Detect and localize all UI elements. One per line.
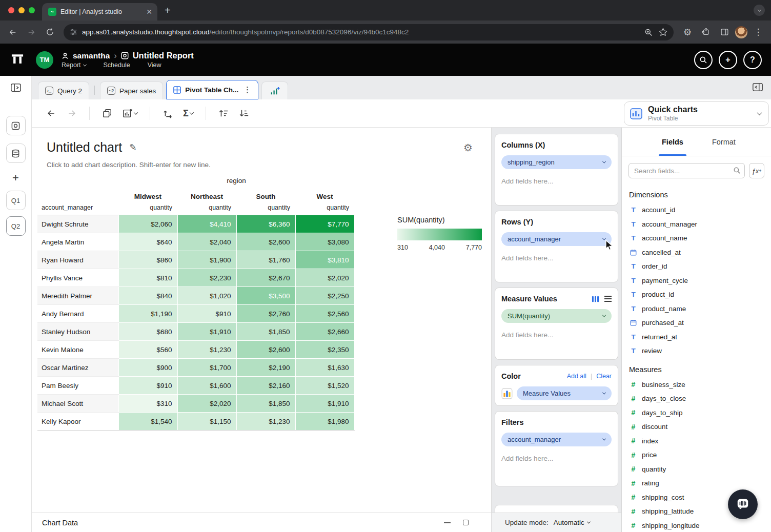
pivot-row-label[interactable]: Stanley Hudson <box>37 323 118 341</box>
pivot-cell[interactable]: $680 <box>118 323 177 341</box>
help-button[interactable]: ? <box>743 51 762 69</box>
pivot-cell[interactable]: $1,150 <box>177 413 236 431</box>
chart-settings-gear-icon[interactable]: ⚙ <box>463 141 473 154</box>
field-item-dimension[interactable]: Treview <box>622 344 771 358</box>
pivot-row-label[interactable]: Kelly Kapoor <box>37 413 118 431</box>
edit-title-pencil-icon[interactable]: ✎ <box>129 142 136 153</box>
pivot-cell[interactable]: $2,020 <box>177 395 236 413</box>
add-query-button[interactable]: + <box>12 171 19 185</box>
columns-add-fields-placeholder[interactable]: Add fields here... <box>501 177 612 185</box>
field-item-dimension[interactable]: Tpayment_cycle <box>622 274 771 288</box>
pivot-cell[interactable]: $3,080 <box>295 233 354 251</box>
new-tab-button[interactable]: + <box>165 5 171 16</box>
bookmark-star-icon[interactable] <box>659 28 667 36</box>
pivot-cell[interactable]: $860 <box>118 251 177 269</box>
field-item-dimension[interactable]: Tproduct_id <box>622 288 771 302</box>
pivot-cell[interactable]: $3,810 <box>295 251 354 269</box>
search-fields-input[interactable] <box>628 163 745 178</box>
pivot-cell[interactable]: $1,910 <box>295 395 354 413</box>
schedule-menu[interactable]: Schedule <box>104 62 130 69</box>
columns-layout-icon[interactable] <box>592 295 599 303</box>
tab-fields[interactable]: Fields <box>662 128 683 156</box>
pivot-cell[interactable]: $1,900 <box>177 251 236 269</box>
pivot-cell[interactable]: $2,350 <box>295 341 354 359</box>
pivot-column-header[interactable]: South <box>236 190 295 202</box>
search-button[interactable] <box>694 51 713 69</box>
pivot-row-label[interactable]: Angela Martin <box>37 233 118 251</box>
pivot-cell[interactable]: $1,020 <box>177 287 236 305</box>
field-item-dimension[interactable]: Taccount_name <box>622 231 771 245</box>
zoom-icon[interactable] <box>644 28 653 36</box>
rows-layout-icon[interactable] <box>604 296 612 302</box>
back-icon[interactable] <box>5 25 21 40</box>
remove-chart-dropdown[interactable] <box>123 108 137 118</box>
field-item-measure[interactable]: #index <box>622 434 771 448</box>
field-item-dimension[interactable]: Taccount_id <box>622 203 771 217</box>
pivot-cell[interactable]: $1,230 <box>236 413 295 431</box>
measure-add-fields-placeholder[interactable]: Add fields here... <box>501 331 612 339</box>
chart-data-bar[interactable]: Chart Data <box>32 513 491 532</box>
pivot-row-label[interactable]: Ryan Howard <box>37 251 118 269</box>
forward-icon[interactable] <box>24 25 39 40</box>
view-menu[interactable]: View <box>148 62 161 69</box>
pivot-cell[interactable]: $7,770 <box>295 215 354 233</box>
pivot-row-label[interactable]: Oscar Martinez <box>37 359 118 377</box>
extensions-puzzle-icon[interactable] <box>698 25 714 40</box>
field-item-measure[interactable]: #shipping_longitude <box>622 519 771 532</box>
clear-link[interactable]: Clear <box>596 373 612 380</box>
url-text[interactable]: app.as01.analyststudio.thoughtspot.cloud… <box>82 28 640 36</box>
tab-options-kebab-icon[interactable]: ⋮ <box>244 85 251 94</box>
pivot-cell[interactable]: $310 <box>118 395 177 413</box>
formula-field-button[interactable]: ƒx+ <box>749 163 764 178</box>
breadcrumb-user[interactable]: samantha <box>73 51 110 60</box>
maximize-window-button[interactable] <box>29 7 35 13</box>
pivot-cell[interactable]: $1,760 <box>236 251 295 269</box>
sort-ascending-icon[interactable] <box>218 108 229 118</box>
minimize-panel-icon[interactable] <box>444 522 451 523</box>
close-tab-icon[interactable]: ✕ <box>146 8 152 15</box>
pivot-cell[interactable]: $2,670 <box>236 269 295 287</box>
report-menu[interactable]: Report <box>62 62 86 69</box>
pivot-row-label[interactable]: Phyllis Vance <box>37 269 118 287</box>
report-title[interactable]: Untitled Report <box>133 51 194 60</box>
pivot-cell[interactable]: $1,520 <box>295 377 354 395</box>
pivot-column-header[interactable]: Northeast <box>177 190 236 202</box>
field-item-measure[interactable]: #days_to_ship <box>622 406 771 420</box>
minimize-window-button[interactable] <box>18 7 25 13</box>
pivot-cell[interactable]: $2,600 <box>236 233 295 251</box>
report-nav-button[interactable] <box>6 116 26 135</box>
tab-query-2[interactable]: ›_ Query 2 <box>38 81 89 99</box>
duplicate-chart-icon[interactable] <box>102 108 112 118</box>
field-item-dimension[interactable]: Tproduct_name <box>622 302 771 316</box>
field-item-dimension[interactable]: purchased_at <box>622 316 771 330</box>
datasets-nav-button[interactable] <box>6 144 26 163</box>
pivot-cell[interactable]: $2,600 <box>236 341 295 359</box>
sum-quantity-pill[interactable]: SUM(quantity) <box>501 309 612 323</box>
field-item-measure[interactable]: #rating <box>622 476 771 490</box>
pivot-cell[interactable]: $3,500 <box>236 287 295 305</box>
maximize-panel-icon[interactable] <box>463 520 469 525</box>
pivot-row-label[interactable]: Andy Bernard <box>37 305 118 323</box>
browser-menu-kebab-icon[interactable]: ⋮ <box>750 25 766 40</box>
pivot-cell[interactable]: $4,410 <box>177 215 236 233</box>
help-chat-button[interactable] <box>728 489 758 519</box>
pivot-cell[interactable]: $2,760 <box>236 305 295 323</box>
color-measure-values-dropdown[interactable]: Measure Values <box>517 386 612 400</box>
quick-charts-selector[interactable]: Quick charts Pivot Table <box>624 101 769 126</box>
pivot-cell[interactable]: $2,020 <box>295 269 354 287</box>
field-item-measure[interactable]: #quantity <box>622 462 771 477</box>
undo-icon[interactable] <box>46 108 56 118</box>
pivot-cell[interactable]: $2,560 <box>295 305 354 323</box>
tab-paper-sales[interactable]: ~2 Paper sales <box>100 81 163 99</box>
pivot-cell[interactable]: $2,040 <box>177 233 236 251</box>
pivot-cell[interactable]: $560 <box>118 341 177 359</box>
update-mode-dropdown[interactable]: Automatic <box>554 519 590 526</box>
pivot-row-label[interactable]: Kevin Malone <box>37 341 118 359</box>
redo-icon[interactable] <box>67 108 77 118</box>
pivot-cell[interactable]: $1,850 <box>236 323 295 341</box>
pivot-cell[interactable]: $2,160 <box>236 377 295 395</box>
field-item-measure[interactable]: #days_to_close <box>622 392 771 406</box>
chart-description-placeholder[interactable]: Click to add chart description. Shift-en… <box>47 161 491 169</box>
query2-nav-button[interactable]: Q2 <box>6 216 26 236</box>
pivot-cell[interactable]: $1,700 <box>177 359 236 377</box>
